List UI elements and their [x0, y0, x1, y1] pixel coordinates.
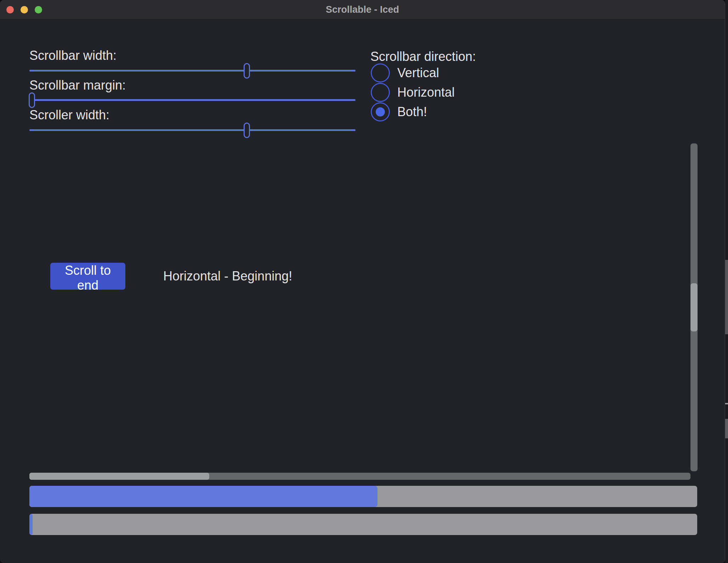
horizontal-scroll-progress-bar — [29, 486, 697, 507]
radio-vertical[interactable]: Vertical — [371, 63, 439, 83]
radio-both-circle[interactable] — [371, 102, 390, 121]
scrollbar-width-label: Scrollbar width: — [29, 48, 116, 63]
horizontal-scrollbar-track[interactable] — [29, 473, 690, 480]
scroller-width-slider[interactable] — [29, 129, 356, 131]
scrollbar-margin-label: Scrollbar margin: — [29, 78, 126, 93]
radio-horizontal-label[interactable]: Horizontal — [397, 85, 455, 100]
scroller-width-label: Scroller width: — [29, 108, 109, 123]
background-window-divider-line — [725, 403, 728, 404]
radio-horizontal-circle[interactable] — [371, 83, 390, 102]
radio-vertical-circle[interactable] — [371, 63, 390, 83]
scroll-status-text: Horizontal - Beginning! — [163, 263, 292, 290]
background-window-scrollbar-thumb — [725, 419, 728, 438]
radio-both[interactable]: Both! — [371, 102, 427, 121]
scrollbar-width-slider[interactable] — [29, 70, 356, 72]
scrollbar-margin-slider[interactable] — [29, 99, 356, 101]
scroller-width-slider-handle[interactable] — [244, 123, 250, 138]
scrollbar-direction-label: Scrollbar direction: — [370, 49, 476, 64]
window-title: Scrollable - Iced — [0, 0, 725, 19]
radio-both-label[interactable]: Both! — [397, 104, 427, 119]
scrollbar-margin-slider-handle[interactable] — [29, 92, 35, 108]
scrollbar-width-slider-handle[interactable] — [244, 63, 250, 79]
app-window: Scrollable - Iced Scrollbar width: Scrol… — [0, 0, 725, 563]
scroll-to-end-button[interactable]: Scroll to end — [50, 263, 125, 290]
vertical-scroll-progress-fill — [29, 514, 33, 535]
radio-vertical-label[interactable]: Vertical — [397, 66, 439, 80]
horizontal-scrollbar-thumb[interactable] — [29, 473, 209, 480]
horizontal-scroll-progress-fill — [29, 486, 377, 507]
vertical-scroll-progress-bar — [29, 514, 697, 535]
titlebar: Scrollable - Iced — [0, 0, 725, 19]
radio-horizontal[interactable]: Horizontal — [371, 83, 455, 102]
background-window-edge — [725, 0, 728, 563]
background-window-scrollbar-segment — [725, 260, 728, 334]
vertical-scrollbar-track[interactable] — [690, 143, 698, 471]
radio-selected-dot — [376, 107, 385, 116]
vertical-scrollbar-thumb[interactable] — [690, 283, 698, 331]
